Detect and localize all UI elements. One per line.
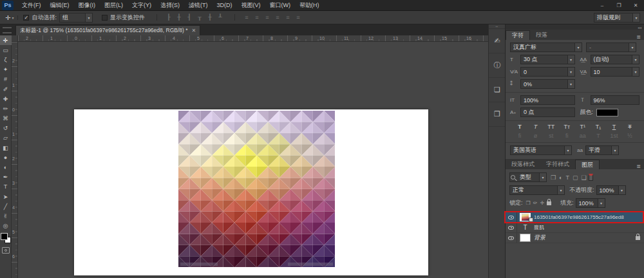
opentype-button-2[interactable]: st <box>545 133 558 139</box>
font-size-field[interactable]: 30 点 ▾ <box>520 55 575 64</box>
auto-select-dropdown[interactable]: 组 ▾ <box>59 13 93 23</box>
fill-field[interactable]: 100% ▾ <box>576 198 605 208</box>
lock-transparency-icon[interactable]: ❒ <box>526 200 531 206</box>
layer-row-0[interactable]: 163501fa06397e986261755c27a96ed8 <box>506 212 644 223</box>
type-tool[interactable]: T <box>0 182 12 192</box>
baseline-shift-field[interactable]: 0 点 <box>520 107 575 117</box>
layer-thumbnail[interactable] <box>520 213 531 221</box>
menu-item-1[interactable]: 编辑(E) <box>46 0 74 10</box>
canvas-area[interactable]: 2101234567891011121314151617 210123456 <box>12 35 488 278</box>
opentype-button-7[interactable]: ½ <box>623 133 636 139</box>
restore-button[interactable]: ❐ <box>611 1 627 10</box>
menu-item-2[interactable]: 图像(I) <box>74 0 100 10</box>
move-tool[interactable]: ✛ <box>0 35 12 45</box>
dodge-tool[interactable]: ◐ <box>0 162 12 172</box>
workspace-dropdown[interactable]: 排版规则 ▾ <box>594 13 640 23</box>
anti-alias-dropdown[interactable]: 平滑 ▾ <box>585 145 619 155</box>
opentype-button-1[interactable]: ø <box>529 133 542 139</box>
show-transform-checkbox[interactable] <box>102 15 108 21</box>
dock-brush-presets-panel-icon[interactable]: ✍ <box>489 29 506 53</box>
align-left-edges-icon[interactable]: ┠ <box>164 14 174 21</box>
menu-item-9[interactable]: 窗口(W) <box>265 0 296 10</box>
foreground-color-swatch[interactable] <box>1 233 8 240</box>
hand-tool[interactable]: ✌ <box>0 211 12 221</box>
menu-item-5[interactable]: 选择(S) <box>156 0 184 10</box>
dock-info-panel-icon[interactable]: ⓘ <box>489 53 506 78</box>
menu-item-8[interactable]: 视图(V) <box>237 0 265 10</box>
menu-item-6[interactable]: 滤镜(T) <box>184 0 213 10</box>
layer-thumbnail[interactable] <box>520 234 531 242</box>
type-style-button-6[interactable]: T <box>608 124 621 130</box>
marquee-tool[interactable]: ▭ <box>0 45 12 55</box>
distribute-top-icon[interactable]: ≡ <box>242 14 252 21</box>
quick-selection-tool[interactable]: ✦ <box>0 65 12 75</box>
diamond-pattern-image[interactable] <box>178 111 335 267</box>
blur-tool[interactable]: ● <box>0 153 12 162</box>
layer-visibility-toggle[interactable] <box>506 223 517 232</box>
font-family-dropdown[interactable]: 汉真广标 ▾ <box>510 42 582 52</box>
eraser-tool[interactable]: ▱ <box>0 133 12 143</box>
distribute-horizontal-centers-icon[interactable]: ≡ <box>283 14 293 21</box>
opentype-button-3[interactable]: ﬁ <box>560 133 573 139</box>
document-tab[interactable]: 未标题-1 @ 175% (163501fa06397e986261755c27… <box>15 25 200 35</box>
filter-shape-layers-icon[interactable]: ▢ <box>573 174 578 181</box>
type-style-button-3[interactable]: Tт <box>560 124 573 130</box>
opentype-button-4[interactable]: aa <box>576 133 589 139</box>
menu-item-7[interactable]: 3D(D) <box>213 0 237 10</box>
filter-pixel-layers-icon[interactable]: ❒ <box>551 174 556 181</box>
filter-toggle-switch[interactable] <box>589 174 593 181</box>
horizontal-scale-field[interactable]: 96% <box>591 95 640 105</box>
distribute-vertical-centers-icon[interactable]: ≡ <box>252 14 262 21</box>
filter-type-layers-icon[interactable]: T <box>566 174 570 181</box>
zoom-tool[interactable]: ◎ <box>0 221 12 231</box>
tab-close-icon[interactable]: ✕ <box>192 28 196 33</box>
panel-menu-icon[interactable]: ≣ <box>633 34 644 40</box>
type-style-button-2[interactable]: TT <box>545 124 558 130</box>
quick-mask-button[interactable] <box>2 247 10 254</box>
tab-character[interactable]: 字符 <box>506 30 530 40</box>
vertical-scale-field[interactable]: 100% <box>520 95 575 105</box>
text-color-swatch[interactable] <box>596 109 618 116</box>
filter-adjustment-layers-icon[interactable]: ◐ <box>559 174 562 181</box>
align-vertical-centers-icon[interactable]: ╂ <box>205 14 215 21</box>
auto-select-checkbox[interactable]: ✓ <box>23 15 29 21</box>
type-style-button-5[interactable]: T₁ <box>592 124 605 130</box>
pen-tool[interactable]: ✒ <box>0 172 12 182</box>
menu-item-10[interactable]: 帮助(H) <box>295 0 324 10</box>
layer-visibility-toggle[interactable] <box>506 233 517 243</box>
leading-field[interactable]: (自动) ▾ <box>591 55 640 64</box>
history-brush-tool[interactable]: ↺ <box>0 124 12 133</box>
type-style-button-4[interactable]: T¹ <box>576 124 589 130</box>
gradient-tool[interactable]: ◧ <box>0 143 12 153</box>
lasso-tool[interactable]: ζ <box>0 55 12 64</box>
blend-mode-dropdown[interactable]: 正常 ▾ <box>509 185 565 195</box>
crop-tool[interactable]: # <box>0 75 12 84</box>
tab-paragraph-styles[interactable]: 段落样式 <box>506 160 540 169</box>
tracking-field[interactable]: 10 ▾ <box>591 67 640 77</box>
panel-menu-icon[interactable]: ≣ <box>633 163 644 169</box>
close-button[interactable]: ✕ <box>627 1 644 10</box>
clone-stamp-tool[interactable]: ⌘ <box>0 114 12 124</box>
healing-brush-tool[interactable]: ✚ <box>0 94 12 104</box>
distribute-right-icon[interactable]: ≡ <box>293 14 303 21</box>
lock-paint-icon[interactable]: ✏ <box>533 200 538 206</box>
opentype-button-5[interactable]: T <box>592 133 605 139</box>
menu-item-0[interactable]: 文件(F) <box>17 0 46 10</box>
lock-position-icon[interactable]: ✛ <box>540 200 544 206</box>
minimize-button[interactable]: – <box>594 1 611 10</box>
collapse-panels-icon[interactable]: ◂◂ <box>638 25 641 30</box>
font-style-dropdown[interactable]: - ▾ <box>586 42 636 52</box>
proportional-spacing-field[interactable]: 0% ▾ <box>520 79 575 89</box>
align-top-edges-icon[interactable]: ┰ <box>194 14 205 21</box>
tool-preset-caret-icon[interactable]: ▾ <box>12 15 18 20</box>
type-style-button-7[interactable]: Ŧ <box>623 124 636 130</box>
layer-row-1[interactable]: T腹肌 <box>506 223 644 233</box>
layer-row-2[interactable]: 背景 <box>506 233 644 243</box>
menu-item-3[interactable]: 图层(L) <box>100 0 128 10</box>
type-style-button-0[interactable]: T <box>513 124 526 130</box>
path-selection-tool[interactable]: ➤ <box>0 192 12 201</box>
dock-properties-panel-icon[interactable]: ❏ <box>489 78 506 102</box>
kerning-field[interactable]: 0 ▾ <box>520 67 575 77</box>
tab-paragraph[interactable]: 段落 <box>530 30 553 40</box>
dock-swatches-panel-icon[interactable]: ❒ <box>489 102 506 127</box>
